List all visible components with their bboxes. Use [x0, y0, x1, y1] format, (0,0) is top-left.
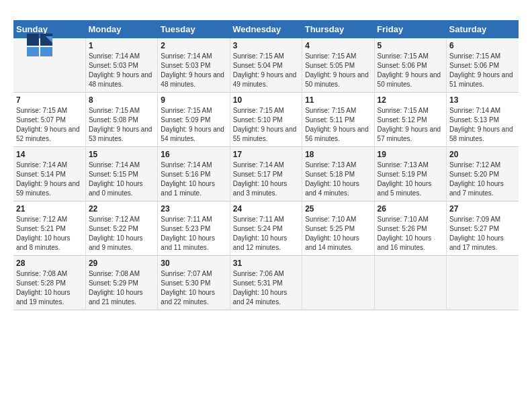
day-info: Sunrise: 7:14 AMSunset: 5:16 PMDaylight:… — [161, 161, 226, 198]
week-row-4: 21Sunrise: 7:12 AMSunset: 5:21 PMDayligh… — [13, 201, 519, 256]
day-info: Sunrise: 7:11 AMSunset: 5:23 PMDaylight:… — [161, 215, 226, 253]
day-cell: 22Sunrise: 7:12 AMSunset: 5:22 PMDayligh… — [85, 201, 157, 256]
day-number: 16 — [161, 150, 226, 159]
logo-icon — [27, 34, 54, 58]
day-number: 26 — [378, 204, 443, 214]
day-info: Sunrise: 7:09 AMSunset: 5:27 PMDaylight:… — [449, 215, 516, 253]
day-cell: 12Sunrise: 7:15 AMSunset: 5:12 PMDayligh… — [374, 93, 446, 147]
day-info: Sunrise: 7:15 AMSunset: 5:10 PMDaylight:… — [233, 106, 299, 144]
day-info: Sunrise: 7:13 AMSunset: 5:19 PMDaylight:… — [378, 161, 443, 198]
svg-rect-0 — [27, 34, 39, 46]
day-info: Sunrise: 7:12 AMSunset: 5:20 PMDaylight:… — [449, 161, 516, 198]
day-number: 6 — [449, 41, 516, 50]
day-number: 7 — [16, 95, 83, 105]
day-cell: 6Sunrise: 7:15 AMSunset: 5:06 PMDaylight… — [447, 38, 519, 93]
day-number: 15 — [89, 150, 154, 159]
day-info: Sunrise: 7:14 AMSunset: 5:17 PMDaylight:… — [233, 161, 299, 198]
svg-rect-2 — [27, 47, 39, 56]
day-number: 29 — [89, 259, 154, 268]
day-cell: 5Sunrise: 7:15 AMSunset: 5:06 PMDaylight… — [374, 38, 446, 93]
day-number: 22 — [89, 204, 154, 214]
day-info: Sunrise: 7:15 AMSunset: 5:09 PMDaylight:… — [161, 106, 226, 144]
day-info: Sunrise: 7:11 AMSunset: 5:24 PMDaylight:… — [233, 215, 299, 253]
day-cell: 13Sunrise: 7:14 AMSunset: 5:13 PMDayligh… — [447, 93, 519, 147]
day-number: 3 — [233, 41, 299, 50]
day-cell — [447, 256, 519, 310]
day-cell: 18Sunrise: 7:13 AMSunset: 5:18 PMDayligh… — [302, 147, 374, 201]
day-info: Sunrise: 7:15 AMSunset: 5:05 PMDaylight:… — [305, 52, 371, 89]
day-cell: 21Sunrise: 7:12 AMSunset: 5:21 PMDayligh… — [13, 201, 85, 256]
day-info: Sunrise: 7:14 AMSunset: 5:14 PMDaylight:… — [16, 161, 83, 198]
svg-rect-3 — [40, 47, 52, 56]
day-cell: 20Sunrise: 7:12 AMSunset: 5:20 PMDayligh… — [447, 147, 519, 201]
logo-container — [27, 34, 56, 58]
day-cell: 25Sunrise: 7:10 AMSunset: 5:25 PMDayligh… — [302, 201, 374, 256]
day-cell: 10Sunrise: 7:15 AMSunset: 5:10 PMDayligh… — [230, 93, 302, 147]
day-number: 24 — [233, 204, 299, 214]
day-info: Sunrise: 7:12 AMSunset: 5:22 PMDaylight:… — [89, 215, 154, 253]
day-number: 18 — [305, 150, 371, 159]
day-info: Sunrise: 7:15 AMSunset: 5:07 PMDaylight:… — [16, 106, 83, 144]
day-cell: 28Sunrise: 7:08 AMSunset: 5:28 PMDayligh… — [13, 256, 85, 310]
day-cell: 1Sunrise: 7:14 AMSunset: 5:03 PMDaylight… — [85, 38, 157, 93]
day-number: 21 — [16, 204, 83, 214]
day-info: Sunrise: 7:08 AMSunset: 5:28 PMDaylight:… — [16, 269, 83, 307]
day-cell: 7Sunrise: 7:15 AMSunset: 5:07 PMDaylight… — [13, 93, 85, 147]
day-number: 13 — [449, 95, 516, 105]
day-number: 10 — [233, 95, 299, 105]
day-info: Sunrise: 7:13 AMSunset: 5:18 PMDaylight:… — [305, 161, 371, 198]
day-cell: 16Sunrise: 7:14 AMSunset: 5:16 PMDayligh… — [158, 147, 230, 201]
day-number: 11 — [305, 95, 371, 105]
day-number: 2 — [161, 41, 226, 50]
day-info: Sunrise: 7:14 AMSunset: 5:13 PMDaylight:… — [449, 106, 516, 144]
day-cell: 24Sunrise: 7:11 AMSunset: 5:24 PMDayligh… — [230, 201, 302, 256]
day-info: Sunrise: 7:06 AMSunset: 5:31 PMDaylight:… — [233, 269, 299, 307]
day-cell: 3Sunrise: 7:15 AMSunset: 5:04 PMDaylight… — [230, 38, 302, 93]
day-cell: 4Sunrise: 7:15 AMSunset: 5:05 PMDaylight… — [302, 38, 374, 93]
day-cell: 31Sunrise: 7:06 AMSunset: 5:31 PMDayligh… — [230, 256, 302, 310]
day-info: Sunrise: 7:08 AMSunset: 5:29 PMDaylight:… — [89, 269, 154, 307]
day-cell — [302, 256, 374, 310]
day-number: 17 — [233, 150, 299, 159]
day-cell: 29Sunrise: 7:08 AMSunset: 5:29 PMDayligh… — [85, 256, 157, 310]
day-info: Sunrise: 7:07 AMSunset: 5:30 PMDaylight:… — [161, 269, 226, 307]
week-row-5: 28Sunrise: 7:08 AMSunset: 5:28 PMDayligh… — [13, 256, 519, 310]
calendar-table: SundayMondayTuesdayWednesdayThursdayFrid… — [13, 20, 519, 310]
day-info: Sunrise: 7:15 AMSunset: 5:04 PMDaylight:… — [233, 52, 299, 89]
week-row-2: 7Sunrise: 7:15 AMSunset: 5:07 PMDaylight… — [13, 93, 519, 147]
day-info: Sunrise: 7:14 AMSunset: 5:03 PMDaylight:… — [89, 52, 154, 89]
day-number: 25 — [305, 204, 371, 214]
day-cell: 30Sunrise: 7:07 AMSunset: 5:30 PMDayligh… — [158, 256, 230, 310]
column-header-monday: Monday — [85, 20, 157, 38]
day-info: Sunrise: 7:15 AMSunset: 5:06 PMDaylight:… — [378, 52, 443, 89]
day-number: 5 — [378, 41, 443, 50]
day-cell: 8Sunrise: 7:15 AMSunset: 5:08 PMDaylight… — [85, 93, 157, 147]
day-info: Sunrise: 7:15 AMSunset: 5:06 PMDaylight:… — [449, 52, 516, 89]
day-info: Sunrise: 7:15 AMSunset: 5:11 PMDaylight:… — [305, 106, 371, 144]
column-header-friday: Friday — [374, 20, 446, 38]
day-number: 30 — [161, 259, 226, 268]
day-number: 8 — [89, 95, 154, 105]
week-row-1: 1Sunrise: 7:14 AMSunset: 5:03 PMDaylight… — [13, 38, 519, 93]
day-number: 12 — [378, 95, 443, 105]
day-cell: 11Sunrise: 7:15 AMSunset: 5:11 PMDayligh… — [302, 93, 374, 147]
day-cell: 27Sunrise: 7:09 AMSunset: 5:27 PMDayligh… — [447, 201, 519, 256]
page-wrapper: SundayMondayTuesdayWednesdayThursdayFrid… — [13, 20, 519, 310]
day-number: 1 — [89, 41, 154, 50]
day-info: Sunrise: 7:12 AMSunset: 5:21 PMDaylight:… — [16, 215, 83, 253]
week-row-3: 14Sunrise: 7:14 AMSunset: 5:14 PMDayligh… — [13, 147, 519, 201]
day-cell: 17Sunrise: 7:14 AMSunset: 5:17 PMDayligh… — [230, 147, 302, 201]
day-number: 27 — [449, 204, 516, 214]
day-info: Sunrise: 7:15 AMSunset: 5:12 PMDaylight:… — [378, 106, 443, 144]
day-cell: 26Sunrise: 7:10 AMSunset: 5:26 PMDayligh… — [374, 201, 446, 256]
day-cell: 23Sunrise: 7:11 AMSunset: 5:23 PMDayligh… — [158, 201, 230, 256]
day-cell: 2Sunrise: 7:14 AMSunset: 5:03 PMDaylight… — [158, 38, 230, 93]
column-header-saturday: Saturday — [447, 20, 519, 38]
day-number: 28 — [16, 259, 83, 268]
day-info: Sunrise: 7:15 AMSunset: 5:08 PMDaylight:… — [89, 106, 154, 144]
day-info: Sunrise: 7:14 AMSunset: 5:15 PMDaylight:… — [89, 161, 154, 198]
day-number: 14 — [16, 150, 83, 159]
day-info: Sunrise: 7:14 AMSunset: 5:03 PMDaylight:… — [161, 52, 226, 89]
day-cell: 14Sunrise: 7:14 AMSunset: 5:14 PMDayligh… — [13, 147, 85, 201]
logo — [27, 34, 56, 58]
